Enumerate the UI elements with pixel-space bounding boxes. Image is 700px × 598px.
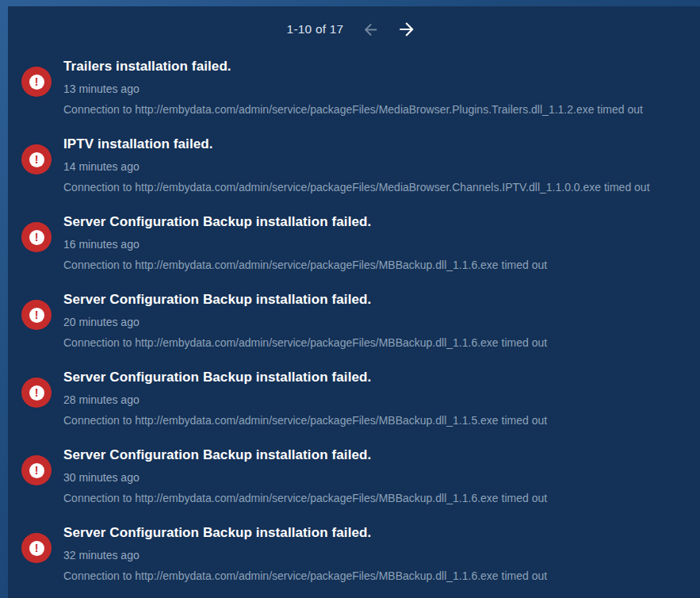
error-icon-inner-circle: ! bbox=[29, 230, 44, 245]
error-icon: ! bbox=[21, 144, 52, 174]
notification-title: IPTV installation failed. bbox=[63, 136, 650, 153]
error-icon: ! bbox=[21, 455, 52, 485]
notification-text-block: Server Configuration Backup installation… bbox=[63, 213, 547, 273]
notification-title: Server Configuration Backup installation… bbox=[63, 524, 547, 542]
notification-time: 16 minutes ago bbox=[63, 236, 547, 252]
error-icon-inner-circle: ! bbox=[29, 308, 44, 323]
notification-title: Server Configuration Backup installation… bbox=[63, 369, 547, 386]
error-icon: ! bbox=[21, 67, 52, 97]
error-icon: ! bbox=[21, 533, 52, 563]
exclamation-mark: ! bbox=[35, 387, 39, 398]
notification-item[interactable]: ! Trailers installation failed. 13 minut… bbox=[21, 58, 700, 117]
notification-time: 30 minutes ago bbox=[63, 470, 547, 485]
error-icon: ! bbox=[21, 300, 52, 330]
notification-detail: Connection to http://embydata.com/admin/… bbox=[63, 257, 547, 273]
exclamation-mark: ! bbox=[35, 309, 39, 320]
notifications-page: 1-10 of 17 ! Trailers installation faile… bbox=[0, 0, 700, 598]
error-icon-inner-circle: ! bbox=[29, 75, 44, 90]
notification-item[interactable]: ! IPTV installation failed. 14 minutes a… bbox=[21, 136, 700, 195]
notification-time: 13 minutes ago bbox=[63, 81, 643, 97]
notification-item[interactable]: ! Server Configuration Backup installati… bbox=[21, 291, 700, 351]
error-icon-inner-circle: ! bbox=[29, 152, 44, 167]
previous-page-button[interactable] bbox=[356, 16, 384, 43]
notification-detail: Connection to http://embydata.com/admin/… bbox=[63, 102, 643, 117]
notification-text-block: Server Configuration Backup installation… bbox=[63, 447, 547, 506]
error-icon-inner-circle: ! bbox=[29, 541, 44, 556]
notification-time: 20 minutes ago bbox=[63, 314, 547, 330]
notification-title: Server Configuration Backup installation… bbox=[63, 213, 547, 231]
notification-title: Server Configuration Backup installation… bbox=[63, 447, 547, 464]
notification-item[interactable]: ! Server Configuration Backup installati… bbox=[21, 524, 700, 584]
notification-time: 32 minutes ago bbox=[63, 547, 547, 563]
next-page-button[interactable] bbox=[392, 16, 421, 43]
notification-title: Server Configuration Backup installation… bbox=[63, 291, 547, 309]
notification-list: ! Trailers installation failed. 13 minut… bbox=[21, 58, 700, 584]
exclamation-mark: ! bbox=[35, 542, 39, 554]
notification-text-block: Trailers installation failed. 13 minutes… bbox=[63, 58, 643, 117]
notification-item[interactable]: ! Server Configuration Backup installati… bbox=[21, 447, 700, 506]
exclamation-mark: ! bbox=[35, 465, 39, 476]
notification-text-block: Server Configuration Backup installation… bbox=[63, 291, 547, 351]
notification-title: Trailers installation failed. bbox=[63, 58, 643, 75]
paging-header: 1-10 of 17 bbox=[21, 16, 700, 43]
exclamation-mark: ! bbox=[35, 154, 39, 165]
notification-detail: Connection to http://embydata.com/admin/… bbox=[63, 568, 547, 584]
error-icon: ! bbox=[21, 222, 52, 252]
notification-detail: Connection to http://embydata.com/admin/… bbox=[63, 490, 547, 506]
arrow-left-icon bbox=[361, 21, 380, 39]
notification-text-block: Server Configuration Backup installation… bbox=[63, 369, 547, 428]
error-icon-inner-circle: ! bbox=[29, 385, 44, 401]
notification-detail: Connection to http://embydata.com/admin/… bbox=[63, 179, 650, 195]
error-icon-inner-circle: ! bbox=[29, 463, 44, 478]
exclamation-mark: ! bbox=[35, 232, 39, 243]
notification-detail: Connection to http://embydata.com/admin/… bbox=[63, 335, 547, 351]
paging-range-label: 1-10 of 17 bbox=[287, 22, 344, 36]
notification-detail: Connection to http://embydata.com/admin/… bbox=[63, 412, 547, 428]
notification-time: 14 minutes ago bbox=[63, 159, 650, 174]
notification-time: 28 minutes ago bbox=[63, 392, 547, 408]
exclamation-mark: ! bbox=[35, 76, 39, 87]
notification-text-block: IPTV installation failed. 14 minutes ago… bbox=[63, 136, 650, 195]
arrow-right-icon bbox=[396, 19, 417, 40]
error-icon: ! bbox=[21, 378, 52, 408]
notification-item[interactable]: ! Server Configuration Backup installati… bbox=[21, 369, 700, 428]
notification-text-block: Server Configuration Backup installation… bbox=[63, 524, 547, 584]
notifications-panel: 1-10 of 17 ! Trailers installation faile… bbox=[8, 6, 700, 598]
notification-item[interactable]: ! Server Configuration Backup installati… bbox=[21, 213, 700, 273]
